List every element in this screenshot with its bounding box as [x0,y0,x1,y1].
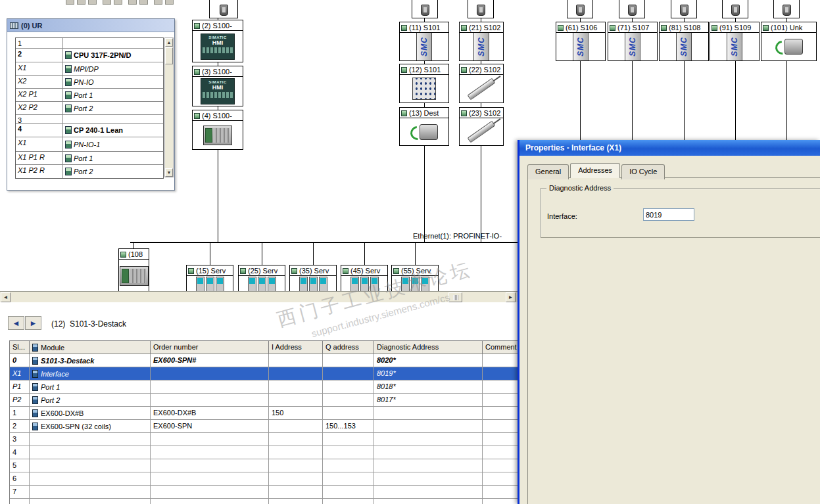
rack-scrollbar[interactable]: ▲ ▼ [164,37,174,177]
device-smc-21[interactable]: (21) S102 SMC [459,22,504,61]
cell-comment [483,433,518,446]
tab-general[interactable]: General [527,164,569,179]
header-i-address[interactable]: I Address [269,341,323,354]
device-valve-12[interactable]: (12) S101 [399,64,449,103]
header-comment[interactable]: Comment [483,341,518,354]
device-smc-71[interactable]: (71) S107 SMC [608,22,658,61]
rack-window-titlebar[interactable]: (0) UR [7,19,174,32]
interface-address-input[interactable] [643,208,694,221]
table-row[interactable]: 3 [10,433,518,446]
cell-order: EX600-DX#B [151,407,269,420]
scroll-down-icon[interactable]: ▼ [165,168,173,177]
toolbar-icon[interactable] [154,0,162,5]
device-smc-11[interactable]: (11) S101 SMC [399,22,449,61]
nav-back-button[interactable]: ◄ [8,316,24,330]
rack-row[interactable]: X2PN-IO [16,76,163,89]
table-row[interactable]: 5 [10,459,518,472]
device-servo-45[interactable]: (45) Serv [341,265,388,294]
rack-row[interactable]: X2 P2Port 2 [16,102,163,115]
table-row[interactable]: 6 [10,472,518,486]
scroll-left-icon[interactable]: ◄ [1,292,11,302]
device-label: (23) S102 [469,109,500,117]
toolbar-icon[interactable] [165,0,174,5]
device-stub[interactable] [722,0,748,18]
device-hmi-1[interactable]: (2) S100- SIMATICHMI [192,20,243,62]
rack-row[interactable]: X1 P2 RPort 2 [16,165,163,178]
smc-device-icon: SMC [727,33,742,60]
dialog-titlebar[interactable]: Properties - Interface (X1) [519,140,820,156]
device-stub[interactable] [671,0,697,18]
table-row[interactable]: P2 Port 2 8017* [10,394,518,407]
rack-row[interactable]: X1 P1 RPort 1 [16,152,163,165]
rack-row[interactable]: 4CP 240-1 Lean [16,124,163,137]
table-row[interactable] [10,499,518,504]
device-stub[interactable] [773,0,800,18]
table-row[interactable]: 0 S101-3-Destack EX600-SPN# 8020* [10,354,518,367]
module-icon [32,357,38,365]
scroll-thumb[interactable] [448,292,462,302]
simatic-hmi-icon: SIMATICHMI [201,34,235,60]
horizontal-scrollbar[interactable]: ◄ ► [0,291,518,302]
device-servo-55[interactable]: (55) Serv [391,265,439,294]
device-stub[interactable] [567,0,593,18]
device-stub[interactable] [209,0,238,18]
device-motor-13[interactable]: (13) Dest [399,107,449,146]
table-row[interactable]: 2 EX600-SPN (32 coils) EX600-SPN 150...1… [10,420,518,433]
toolbar-icon[interactable] [139,0,148,5]
rack-window[interactable]: (0) UR 1 2CPU 317F-2PN/D X1MPI/DP X2PN-I… [7,18,175,191]
table-row-selected[interactable]: X1 Interface 8019* [10,367,518,380]
device-smc-91[interactable]: (91) S109 SMC [710,22,760,61]
header-q-address[interactable]: Q address [323,341,374,354]
device-cylinder-23[interactable]: (23) S102 [459,107,504,146]
smc-device-icon: SMC [473,33,489,60]
device-servo-35[interactable]: (35) Serv [289,265,337,294]
table-row[interactable]: P1 Port 1 8018* [10,380,518,394]
device-servo-25[interactable]: (25) Serv [238,265,285,294]
header-module[interactable]: Module [30,341,151,354]
toolbar-icon[interactable] [128,0,137,5]
device-head-icon [401,67,407,73]
rack-row[interactable]: 3 [16,115,163,124]
nav-forward-button[interactable]: ► [25,316,41,330]
table-row[interactable]: 4 [10,446,518,459]
toolbar-icon[interactable] [88,0,97,5]
rack-row[interactable]: 1 [16,38,163,49]
header-order-number[interactable]: Order number [151,341,269,354]
device-plc[interactable]: (4) S100- [192,110,243,150]
device-stub[interactable] [619,0,645,18]
header-diagnostic-address[interactable]: Diagnostic Address [374,341,483,354]
toolbar-icon[interactable] [77,0,85,5]
table-row[interactable]: 7 [10,486,518,499]
rack-row[interactable]: 2CPU 317F-2PN/D [16,49,163,62]
header-slot[interactable]: Sl... [10,341,30,354]
device-servo-15[interactable]: (15) Serv [186,265,233,294]
ethernet-bus-line[interactable] [130,242,518,243]
device-motor-101[interactable]: (101) Unk [761,22,817,61]
cell-slot: 6 [10,472,30,486]
device-hmi-2[interactable]: (3) S100- SIMATICHMI [192,66,243,106]
toolbar-icon[interactable] [114,0,122,5]
device-stub[interactable] [412,0,438,18]
connector-icon [477,5,485,16]
rack-module: MPI/DP [63,62,163,75]
cell-slot: 3 [10,433,30,446]
scroll-right-icon[interactable]: ► [506,292,516,302]
rack-row[interactable]: X1MPI/DP [16,62,163,76]
selected-device-label: (12) S101-3-Destack [51,319,126,329]
cell-order [151,446,269,459]
scroll-up-icon[interactable]: ▲ [165,38,173,47]
tab-io-cycle[interactable]: IO Cycle [621,164,665,179]
cell-comment [483,420,518,433]
device-stub[interactable] [468,0,494,18]
device-smc-61[interactable]: (61) S106 SMC [556,22,606,61]
toolbar-icon[interactable] [103,0,111,5]
tab-addresses[interactable]: Addresses [570,163,620,178]
device-smc-81[interactable]: (81) S108 SMC [659,22,709,61]
toolbar-icon[interactable] [66,0,74,5]
device-cylinder-22[interactable]: (22) S102 [459,64,504,103]
rack-row[interactable]: X2 P1Port 1 [16,89,163,102]
rack-row[interactable]: X1PN-IO-1 [16,137,163,152]
device-plc-108[interactable]: (108 [118,248,149,293]
scroll-thumb[interactable] [165,47,173,64]
table-row[interactable]: 1 EX600-DX#B EX600-DX#B 150 [10,407,518,420]
